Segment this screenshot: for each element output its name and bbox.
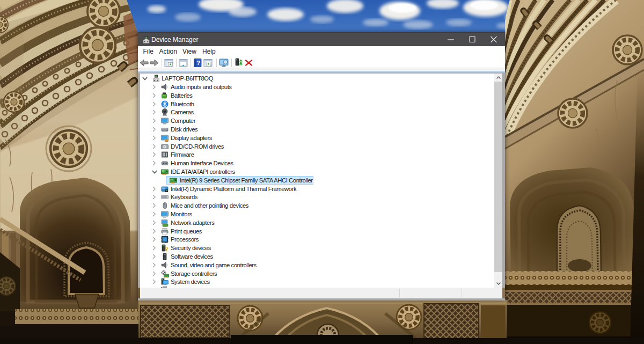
svg-text:?: ? [196,60,200,66]
